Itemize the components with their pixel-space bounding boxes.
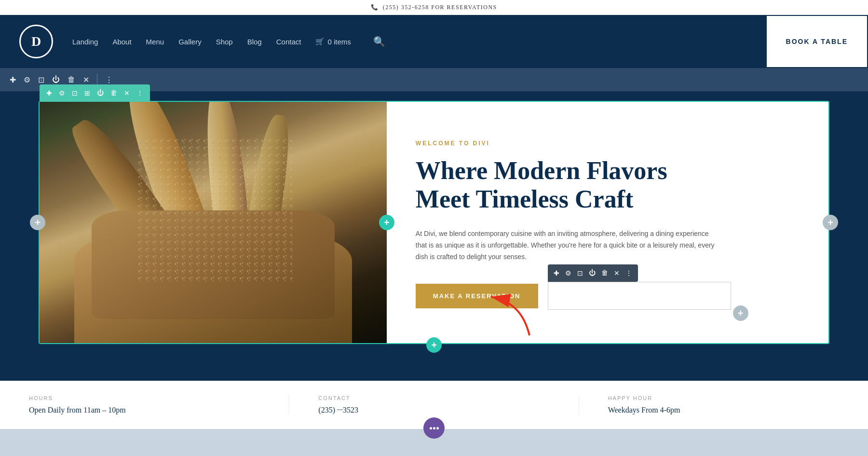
section-card: ✚ ⚙ ⊡ ⊞ ⏻ 🗑 ✕ ⋮ + [39, 101, 829, 344]
module-add-icon[interactable]: ✚ [554, 269, 559, 277]
nav-link-about[interactable]: About [112, 38, 131, 46]
food-image [40, 102, 387, 343]
add-row-left-button[interactable]: + [30, 215, 45, 230]
add-column-center-button[interactable]: + [379, 215, 394, 230]
food-image-column [40, 102, 387, 343]
section-add-icon[interactable]: ✚ [46, 89, 52, 97]
section-more-icon[interactable]: ⋮ [136, 89, 143, 97]
book-table-button[interactable]: BOOK A TABLE [766, 15, 868, 68]
happyhour-value: Weekdays From 4-6pm [608, 406, 839, 415]
nav-bar: D Landing About Menu Gallery Shop Blog C… [0, 15, 868, 68]
module-settings-icon[interactable]: ⚙ [565, 269, 571, 277]
section-settings-icon[interactable]: ⚙ [59, 89, 65, 97]
second-module-wrapper: ✚ ⚙ ⊡ ⏻ 🗑 ✕ ⋮ + [548, 282, 741, 310]
duplicate-icon[interactable]: ⊡ [38, 75, 44, 84]
nav-links: Landing About Menu Gallery Shop Blog Con… [72, 36, 849, 47]
footer-happyhour-col: HAPPY HOUR Weekdays From 4-6pm [579, 395, 868, 415]
module-delete-icon[interactable]: 🗑 [601, 269, 608, 277]
module-more-icon[interactable]: ⋮ [625, 269, 632, 277]
nav-link-gallery[interactable]: Gallery [178, 38, 202, 46]
headline: Where Modern Flavors Meet Timeless Craft [416, 156, 804, 214]
delete-icon[interactable]: 🗑 [68, 75, 75, 84]
cart-icon: 🛒 [315, 37, 325, 46]
cart-area[interactable]: 🛒 0 items [315, 37, 351, 46]
add-section-icon[interactable]: ✚ [10, 75, 16, 84]
section-power-icon[interactable]: ⏻ [97, 89, 104, 97]
footer-hours-col: HOURS Open Daily from 11am – 10pm [0, 395, 289, 415]
add-module-button[interactable]: + [733, 305, 748, 321]
nav-link-menu[interactable]: Menu [146, 38, 164, 46]
contact-value: (235) ···3523 [318, 406, 549, 415]
welcome-label: WELCOME TO DIVI [416, 140, 804, 147]
section-duplicate-icon[interactable]: ⊡ [72, 89, 78, 97]
module-duplicate-icon[interactable]: ⊡ [577, 269, 583, 277]
section-close-icon[interactable]: ✕ [124, 89, 130, 97]
cart-count: 0 items [327, 38, 351, 46]
add-row-right-button[interactable]: + [823, 215, 838, 230]
section-delete-icon[interactable]: 🗑 [110, 89, 117, 97]
close-icon[interactable]: ✕ [83, 75, 89, 84]
more-icon[interactable]: ⋮ [105, 75, 113, 84]
power-icon[interactable]: ⏻ [52, 75, 60, 84]
hours-label: HOURS [29, 395, 260, 401]
section-editor-bar: ✚ ⚙ ⊡ ⊞ ⏻ 🗑 ✕ ⋮ [40, 84, 150, 102]
module-power-icon[interactable]: ⏻ [589, 269, 596, 277]
search-icon[interactable]: 🔍 [373, 36, 385, 47]
empty-button-module[interactable] [548, 282, 731, 310]
red-arrow [486, 292, 544, 342]
phone-icon: 📞 [371, 4, 379, 11]
body-text: At Divi, we blend contemporary cuisine w… [416, 228, 715, 263]
module-editor-bar: ✚ ⚙ ⊡ ⏻ 🗑 ✕ ⋮ [548, 264, 638, 282]
module-close-icon[interactable]: ✕ [614, 269, 620, 277]
nav-link-landing[interactable]: Landing [72, 38, 98, 46]
phone-text: (255) 352-6258 FOR RESERVATIONS [383, 4, 497, 11]
cta-area: MAKE A RESERVATION ✚ ⚙ ⊡ ⏻ 🗑 ✕ ⋮ + [416, 282, 804, 310]
text-column: WELCOME TO DIVI Where Modern Flavors Mee… [387, 102, 828, 343]
nav-link-contact[interactable]: Contact [276, 38, 301, 46]
settings-icon[interactable]: ⚙ [24, 75, 30, 84]
footer-contact-col: CONTACT (235) ···3523 [289, 395, 579, 415]
hours-value: Open Daily from 11am – 10pm [29, 406, 260, 415]
nav-link-shop[interactable]: Shop [216, 38, 233, 46]
contact-label: CONTACT [318, 395, 549, 401]
main-area: ✚ ⚙ ⊡ ⊞ ⏻ 🗑 ✕ ⋮ + [0, 91, 868, 381]
chat-support-dot[interactable] [423, 417, 445, 439]
section-grid-icon[interactable]: ⊞ [84, 89, 90, 97]
happyhour-label: HAPPY HOUR [608, 395, 839, 401]
top-bar: 📞 (255) 352-6258 FOR RESERVATIONS [0, 0, 868, 15]
nav-link-blog[interactable]: Blog [247, 38, 262, 46]
nav-logo[interactable]: D [19, 25, 53, 58]
add-section-bottom-button[interactable]: + [426, 337, 442, 353]
